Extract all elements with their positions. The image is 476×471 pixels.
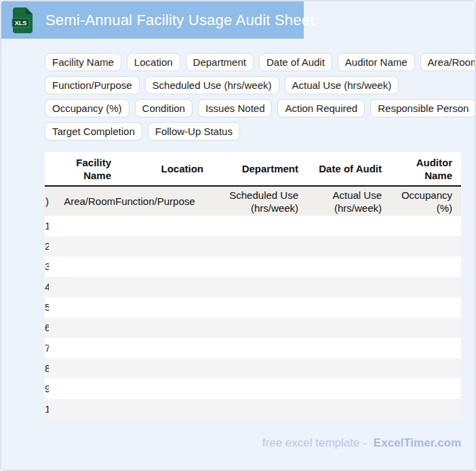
footer-brand-link[interactable]: ExcelTimer.com (374, 436, 461, 450)
table-row: 4 (45, 277, 461, 297)
row-number: 10 (45, 399, 49, 419)
chip-follow-up-status[interactable]: Follow-Up Status (148, 122, 240, 140)
table-row: 1 (45, 216, 461, 236)
header-cell: Scheduled Use (hrs/week) (183, 189, 298, 214)
chip-row-3: Occupancy (%)ConditionIssues NotedAction… (45, 99, 475, 117)
header-cell: Facility Name (49, 156, 111, 182)
chip-issues-noted[interactable]: Issues Noted (198, 99, 273, 117)
row-number: 2 (45, 236, 49, 257)
chip-department[interactable]: Department (186, 53, 254, 71)
row-number: 6 (45, 318, 49, 338)
xls-icon-label: XLS (15, 20, 27, 26)
chip-target-completion[interactable]: Target Completion (45, 122, 142, 140)
chip-date-of-audit[interactable]: Date of Audit (259, 53, 332, 71)
table-row: 6 (45, 318, 461, 338)
chip-row-1: Facility NameLocationDepartmentDate of A… (45, 53, 475, 71)
header-cell: Occupancy (%) (382, 189, 452, 214)
chip-location[interactable]: Location (127, 53, 180, 71)
audit-table: Facility NameLocationDepartmentDate of A… (45, 152, 461, 419)
chip-facility-name[interactable]: Facility Name (45, 53, 121, 71)
header-cell: Function/Purpose (115, 195, 183, 208)
chip-action-required[interactable]: Action Required (277, 99, 365, 117)
row-number: 7 (45, 338, 49, 358)
chip-function-purpose[interactable]: Function/Purpose (45, 76, 140, 94)
page-card: XLS Semi-Annual Facility Usage Audit She… (0, 0, 476, 471)
chip-scheduled-use-hrs-week[interactable]: Scheduled Use (hrs/week) (145, 76, 279, 94)
table-body: 12345678910 (45, 216, 461, 419)
chip-condition[interactable]: Condition (135, 99, 193, 117)
table-row: 3 (45, 257, 461, 277)
row-number: 9 (45, 379, 49, 399)
table-row: 10 (45, 399, 461, 419)
row-number: 5 (45, 297, 49, 318)
row-number: 4 (45, 277, 49, 297)
page-title: Semi-Annual Facility Usage Audit Sheet (45, 12, 314, 29)
chip-row-2: Function/PurposeScheduled Use (hrs/week)… (45, 76, 475, 94)
row-number: 3 (45, 257, 49, 277)
field-chips-area: Facility NameLocationDepartmentDate of A… (45, 53, 475, 140)
footer: free excel template - ExcelTimer.com (262, 436, 461, 450)
header-cell: Location (111, 162, 203, 175)
table-header-row-2: )Area/RoomFunction/PurposeScheduled Use … (45, 187, 461, 216)
row-number: 1 (45, 216, 49, 236)
chip-actual-use-hrs-week[interactable]: Actual Use (hrs/week) (285, 76, 399, 94)
chip-occupancy[interactable]: Occupancy (%) (45, 99, 130, 117)
header-cell: Area/Room (49, 195, 115, 208)
footer-text: free excel template - (262, 436, 367, 450)
chip-auditor-name[interactable]: Auditor Name (338, 53, 415, 71)
header-cell: Department (203, 162, 298, 175)
row-number: 8 (45, 358, 49, 379)
chip-responsible-person[interactable]: Responsible Person (370, 99, 476, 117)
xls-file-icon: XLS (11, 7, 34, 34)
table-row: 9 (45, 379, 461, 399)
chip-row-4: Target CompletionFollow-Up Status (45, 122, 475, 140)
chip-area-room[interactable]: Area/Room (420, 53, 476, 71)
table-row: 2 (45, 236, 461, 257)
header-cell: Actual Use (hrs/week) (298, 189, 382, 214)
header-cell: Auditor Name (382, 156, 452, 182)
table-header-row-1: Facility NameLocationDepartmentDate of A… (45, 152, 461, 187)
table-row: 5 (45, 297, 461, 318)
title-bar: XLS Semi-Annual Facility Usage Audit She… (1, 1, 304, 39)
table-row: 7 (45, 338, 461, 358)
header-cell: Date of Audit (298, 162, 382, 175)
table-row: 8 (45, 358, 461, 379)
